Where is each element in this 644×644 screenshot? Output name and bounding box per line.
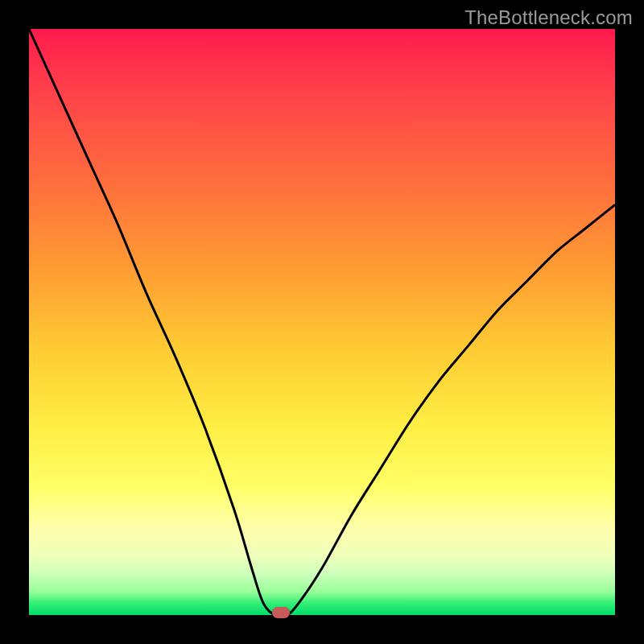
plot-area [29, 29, 615, 615]
curve-path [29, 29, 615, 615]
bottleneck-curve [29, 29, 615, 615]
optimal-point-marker [272, 607, 290, 618]
watermark-text: TheBottleneck.com [464, 6, 633, 29]
chart-frame: TheBottleneck.com [0, 0, 644, 644]
